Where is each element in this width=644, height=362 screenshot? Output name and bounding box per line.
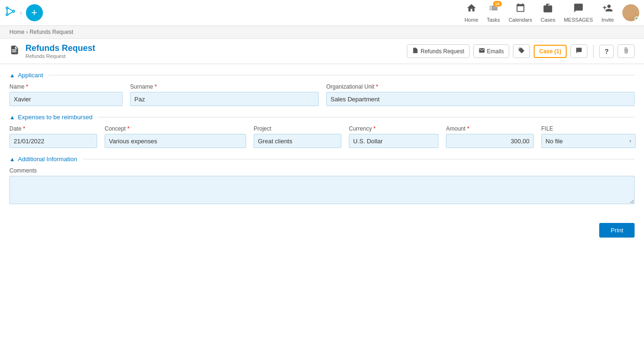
file-group: FILE No file ‹	[541, 125, 636, 148]
svg-line-5	[8, 12, 13, 15]
project-label: Project	[254, 125, 341, 132]
online-indicator	[635, 16, 639, 21]
case-button[interactable]: Case (1)	[534, 45, 567, 58]
emails-label: Emails	[487, 48, 504, 55]
page-actions: Refunds Request Emails Case (1) ?	[407, 44, 635, 58]
tasks-badge: 10	[493, 1, 502, 7]
cases-icon	[543, 3, 553, 16]
applicant-section-header: ▲ Applicant	[9, 72, 635, 79]
tasks-label: Tasks	[487, 17, 500, 23]
refunds-request-button[interactable]: Refunds Request	[407, 44, 470, 58]
concept-label: Concept *	[105, 125, 246, 132]
file-label: FILE	[541, 125, 636, 132]
surname-group: Surname *	[130, 83, 319, 106]
org-label: Organizational Unit *	[326, 83, 635, 90]
page-subtitle: Refunds Request	[25, 53, 95, 59]
chat-icon	[576, 47, 582, 55]
org-input[interactable]	[326, 92, 635, 106]
name-label: Name *	[9, 83, 123, 90]
breadcrumb-home[interactable]: Home	[9, 29, 25, 35]
concept-input[interactable]	[105, 134, 246, 148]
case-label: Case (1)	[539, 48, 561, 55]
additional-toggle[interactable]: ▲	[9, 156, 15, 163]
svg-line-4	[8, 8, 13, 11]
comments-textarea[interactable]	[9, 176, 635, 204]
additional-section: ▲ Additional Information Comments	[9, 156, 635, 204]
attachment-button[interactable]	[618, 44, 635, 58]
currency-input[interactable]	[349, 134, 438, 148]
nav-invite[interactable]: Invite	[602, 3, 614, 23]
avatar[interactable]	[622, 4, 639, 21]
nav-chevron-icon: ›	[20, 9, 22, 16]
calendars-icon	[515, 3, 526, 16]
file-value: No file	[545, 138, 563, 145]
toolbar-divider	[593, 45, 594, 58]
breadcrumb: Home › Refunds Request	[0, 26, 644, 39]
help-button[interactable]: ?	[599, 45, 614, 58]
expenses-section-header: ▲ Expenses to be reimbursed	[9, 114, 635, 121]
cases-label: Cases	[541, 17, 555, 23]
nav-cases[interactable]: Cases	[541, 3, 555, 23]
date-input[interactable]	[9, 134, 97, 148]
comments-label: Comments	[9, 167, 635, 174]
applicant-section: ▲ Applicant Name * Surname * Organizatio…	[9, 72, 635, 106]
date-label: Date *	[9, 125, 97, 132]
page-header: Refunds Request Refunds Request Refunds …	[0, 39, 644, 64]
file-select[interactable]: No file ‹	[541, 134, 636, 148]
tag-button[interactable]	[513, 44, 530, 58]
svg-point-2	[13, 10, 15, 12]
org-required: *	[376, 83, 378, 90]
org-group: Organizational Unit *	[326, 83, 635, 106]
nav-messages[interactable]: MESSAGES	[564, 3, 593, 23]
page-title-text: Refunds Request Refunds Request	[25, 43, 95, 59]
nav-left: › +	[5, 4, 464, 21]
expenses-toggle[interactable]: ▲	[9, 114, 15, 121]
tree-icon	[5, 6, 16, 20]
invite-icon	[603, 3, 613, 16]
expenses-form-row: Date * Concept * Project Currency *	[9, 125, 635, 148]
chat-button[interactable]	[570, 44, 587, 58]
currency-label: Currency *	[349, 125, 438, 132]
project-input[interactable]	[254, 134, 341, 148]
invite-label: Invite	[602, 17, 614, 23]
additional-title: Additional Information	[18, 156, 77, 163]
concept-group: Concept *	[105, 125, 246, 148]
email-icon	[479, 47, 485, 55]
date-group: Date *	[9, 125, 97, 148]
file-chevron-icon: ‹	[629, 138, 631, 144]
name-input[interactable]	[9, 92, 123, 106]
top-nav: › + Home 10 Tasks Calendars Cas	[0, 0, 644, 26]
print-button[interactable]: Print	[599, 223, 635, 238]
messages-icon	[573, 3, 584, 16]
breadcrumb-current: Refunds Request	[30, 29, 74, 35]
page-form-icon	[9, 45, 20, 58]
page-title-area: Refunds Request Refunds Request	[9, 43, 95, 59]
applicant-form-row: Name * Surname * Organizational Unit *	[9, 83, 635, 106]
applicant-section-line	[49, 75, 635, 75]
clip-icon	[623, 47, 629, 55]
concept-required: *	[127, 125, 130, 132]
surname-required: *	[155, 83, 157, 90]
amount-required: *	[467, 125, 470, 132]
calendars-label: Calendars	[509, 17, 532, 23]
applicant-toggle[interactable]: ▲	[9, 72, 15, 79]
amount-input[interactable]	[446, 134, 534, 148]
breadcrumb-separator: ›	[26, 29, 28, 35]
comments-group: Comments	[9, 167, 635, 204]
surname-input[interactable]	[130, 92, 319, 106]
project-group: Project	[254, 125, 341, 148]
home-label: Home	[464, 17, 478, 23]
expenses-section: ▲ Expenses to be reimbursed Date * Conce…	[9, 114, 635, 148]
emails-button[interactable]: Emails	[473, 44, 509, 58]
tag-icon	[518, 47, 525, 55]
currency-required: *	[373, 125, 376, 132]
home-icon	[466, 3, 477, 16]
additional-section-header: ▲ Additional Information	[9, 156, 635, 163]
amount-group: Amount *	[446, 125, 534, 148]
currency-group: Currency *	[349, 125, 438, 148]
add-button[interactable]: +	[26, 4, 43, 21]
nav-tasks[interactable]: 10 Tasks	[487, 3, 500, 23]
nav-home[interactable]: Home	[464, 3, 478, 23]
nav-calendars[interactable]: Calendars	[509, 3, 532, 23]
expenses-title: Expenses to be reimbursed	[18, 114, 92, 121]
